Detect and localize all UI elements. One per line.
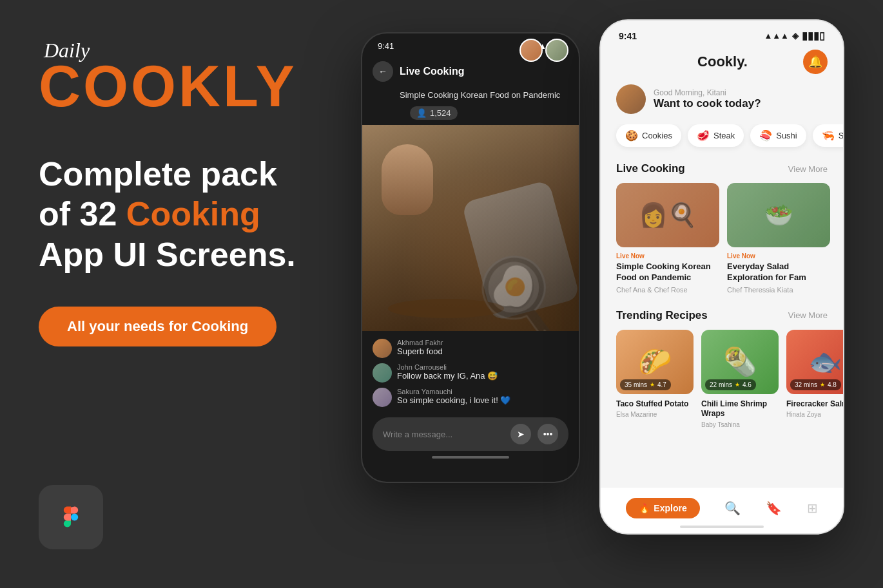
figma-icon [55,498,87,536]
profile-icon: ⊞ [807,500,818,516]
live-card-chef-2: Chef Theressia Kiata [727,286,830,294]
live-now-2: Live Now [727,252,830,260]
recipe-meta-1: 35 mins ★ 4.7 [620,379,671,390]
live-now-1: Live Now [616,252,719,260]
headline: Complete pack of 32 Cooking App UI Scree… [39,154,374,274]
phone1-time: 9:41 [378,41,394,51]
live-card-1[interactable]: 👩🍳 Live Now Simple Cooking Korean Food o… [616,183,719,294]
star-2: ★ [735,381,740,388]
recipe-time-1: 35 mins [625,381,647,388]
sushi-label: Sushi [776,131,797,140]
comment-2: John Carrouseli Follow back my IG, Ana 😅 [373,363,568,383]
steak-label: Steak [713,131,735,140]
headline-highlight: Cooking [126,195,260,232]
comment-name-3: Sakura Yamauchi [397,388,510,395]
cookies-emoji: 🍪 [625,129,638,142]
greeting-main: Want to cook today? [654,97,761,110]
category-steak[interactable]: 🥩 Steak [688,124,744,147]
signal-icon: ▲▲▲ [764,31,789,41]
saved-icon: 🔖 [766,500,782,516]
headline-line1: Complete pack [39,155,277,193]
viewer-number: 1,524 [430,108,451,118]
recipe-card-img-1: 🌮 35 mins ★ 4.7 [616,330,694,394]
notification-bell[interactable]: 🔔 [803,50,828,74]
category-scroll: 🍪 Cookies 🥩 Steak 🍣 Sushi 🦐 Seafood [601,124,843,157]
comment-3: Sakura Yamauchi So simple cooking, i lov… [373,388,568,407]
recipe-time-2: 22 mins [710,381,732,388]
recipe-rating-3: 4.8 [828,381,837,388]
recipe-title-3: Firecracker Salmon [786,399,843,410]
recipe-chef-3: Hinata Zoya [786,411,843,418]
comment-text-2: Follow back my IG, Ana 😅 [397,371,498,381]
viewer-count: 👤 1,524 [400,106,579,125]
recipe-time-3: 32 mins [795,381,817,388]
headline-line2: of 32 [39,195,117,232]
category-cookies[interactable]: 🍪 Cookies [616,124,681,147]
comment-1: Akhmad Fakhr Superb food [373,339,568,358]
message-placeholder: Write a message... [383,430,452,439]
phone2-status-bar: 9:41 ▲▲▲ ◈ ▮▮▮▯ [601,21,843,47]
live-cooking-section-header: Live Cooking View More [601,157,843,183]
live-cooking-title: Live Cooking [400,66,568,77]
brand-cookly: COOKLY [39,57,374,115]
battery-icon: ▮▮▮▯ [802,30,825,42]
comment-avatar-1 [373,339,392,358]
live-card-title-2: Everyday Salad Exploration for Fam [727,261,830,283]
nav-explore[interactable]: 🔥 Explore [626,498,699,518]
nav-search[interactable]: 🔍 [724,500,741,516]
trending-section-header: Trending Recipes View More [601,304,843,330]
comment-avatar-3 [373,388,392,407]
recipe-title-1: Taco Stuffed Potato [616,399,694,410]
comment-name-1: Akhmad Fakhr [397,339,443,346]
user-greeting: Good Morning, Kitani Want to cook today? [601,82,843,124]
live-card-chef-1: Chef Ana & Chef Rose [616,286,719,294]
search-icon: 🔍 [724,500,741,516]
trending-view-more[interactable]: View More [788,310,828,320]
phone2-status-icons: ▲▲▲ ◈ ▮▮▮▯ [764,30,825,42]
live-card-person-1: 👩🍳 [616,183,719,247]
recipe-card-img-2: 🌯 22 mins ★ 4.6 [701,330,779,394]
seafood-label: Seafood [839,131,843,140]
phone1-live-cooking: 9:41 ●●● ▲ ▮▮▮ ← Live Cooking Simple Coo… [361,32,580,483]
phone2-home-indicator [680,526,764,528]
trending-section-title: Trending Recipes [616,309,708,322]
cooking-image [362,125,579,331]
nav-profile[interactable]: ⊞ [807,500,818,516]
live-card-img-2: 🥗 [727,183,830,247]
message-input-area[interactable]: Write a message... ➤ ••• [373,417,568,451]
chef-thumb2 [545,39,568,62]
cta-button[interactable]: All your needs for Cooking [39,307,277,346]
recipe-chef-2: Baby Tsahina [701,421,779,428]
comment-name-2: John Carrouseli [397,363,498,371]
star-1: ★ [650,381,655,388]
user-avatar [616,84,646,114]
wifi-icon: ◈ [792,31,799,41]
phone2-app-home: 9:41 ▲▲▲ ◈ ▮▮▮▯ Cookly. 🔔 Good Morning, … [599,19,844,535]
comment-avatar-2 [373,363,392,383]
left-section: Daily COOKLY Complete pack of 32 Cooking… [39,39,374,346]
live-cooking-section-title: Live Cooking [616,162,685,175]
phone1-header: ← Live Cooking [362,56,579,87]
live-card-person-2: 🥗 [727,183,830,247]
send-button[interactable]: ➤ [510,424,531,444]
live-cards: 👩🍳 Live Now Simple Cooking Korean Food o… [601,183,843,304]
nav-saved[interactable]: 🔖 [766,500,782,516]
recipe-card-1[interactable]: 🌮 35 mins ★ 4.7 Taco Stuffed Potato Elsa… [616,330,694,428]
live-card-2[interactable]: 🥗 Live Now Everyday Salad Exploration fo… [727,183,830,294]
live-card-img-1: 👩🍳 [616,183,719,247]
recipe-title-2: Chili Lime Shrimp Wraps [701,399,779,419]
figma-badge [39,485,103,549]
recipe-meta-2: 22 mins ★ 4.6 [705,379,756,390]
live-cooking-view-more[interactable]: View More [788,164,828,174]
comments-section: Akhmad Fakhr Superb food John Carrouseli… [362,331,579,415]
back-button[interactable]: ← [373,61,393,82]
recipe-card-2[interactable]: 🌯 22 mins ★ 4.6 Chili Lime Shrimp Wraps … [701,330,779,428]
live-cooking-subtitle: Simple Cooking Korean Food on Pandemic [362,87,579,106]
profile-thumbnails [519,39,568,62]
category-seafood[interactable]: 🦐 Seafood [813,124,843,147]
star-3: ★ [820,381,825,388]
recipe-card-3[interactable]: 🐟 32 mins ★ 4.8 Firecracker Salmon Hinat… [786,330,843,428]
comment-text-1: Superb food [397,346,443,356]
category-sushi[interactable]: 🍣 Sushi [750,124,806,147]
more-button[interactable]: ••• [538,424,558,444]
